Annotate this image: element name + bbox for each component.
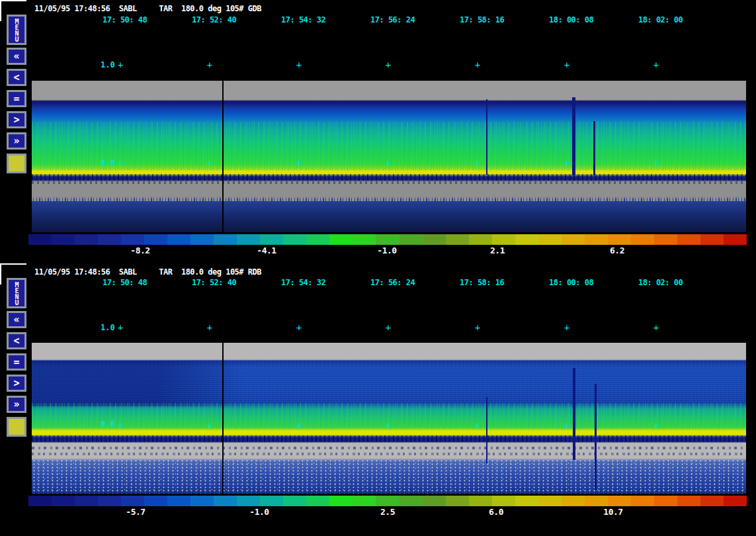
step-forward-button[interactable]: > (7, 375, 26, 392)
colorbar-segment (631, 234, 654, 245)
dropout-spike (595, 384, 597, 490)
colorbar (28, 234, 747, 245)
noise-dash-band (32, 453, 746, 455)
colorbar-segment (654, 496, 677, 506)
time-label: 18: 00: 08 (549, 15, 593, 24)
altitude-label-0km: 0.0 (101, 420, 115, 429)
step-back-button[interactable]: < (7, 69, 26, 86)
fast-rewind-button-icon: « (13, 52, 19, 62)
colorbar-segment (423, 234, 446, 245)
colorbar-segment (237, 496, 260, 506)
time-label: 17: 54: 32 (281, 15, 325, 24)
altitude-tick: + (653, 60, 659, 69)
colorbar-segment (353, 234, 376, 245)
colorbar-segment (376, 234, 399, 245)
altitude-tick: + (386, 158, 391, 167)
altitude-tick: + (653, 421, 659, 430)
altitude-tick: + (475, 323, 480, 332)
colorbar-segment (190, 496, 214, 506)
colorbar-scale-label: 2.1 (490, 246, 505, 255)
altitude-tick: + (118, 158, 123, 167)
colorbar-segment (329, 234, 353, 245)
colorbar-segment (677, 496, 700, 506)
colorbar-segment (283, 496, 306, 506)
colorbar-segment (121, 496, 144, 506)
color-swatch-button[interactable] (7, 154, 26, 173)
fast-rewind-button-icon: « (13, 315, 19, 325)
step-forward-button-icon: > (13, 379, 19, 388)
colorbar-segment (492, 234, 515, 245)
spectrogram-display[interactable] (32, 343, 746, 494)
colorbar-scale-row: -8.2-4.1-1.02.16.2 (0, 246, 756, 255)
pause-button[interactable]: = (7, 353, 26, 371)
step-forward-button[interactable]: > (7, 111, 26, 128)
colorbar-segment (423, 496, 446, 506)
colorbar-segment (700, 234, 724, 245)
altitude-label-0km: 0.0 (101, 158, 115, 167)
colorbar-segment (167, 496, 190, 506)
time-label: 17: 56: 24 (370, 278, 415, 287)
panel-header-text: 11/05/95 17:48:56 SABL TAR 180.0 deg 105… (34, 4, 261, 13)
colorbar-segment (98, 496, 121, 506)
colorbar-segment (28, 496, 52, 506)
colorbar-segment (608, 496, 631, 506)
spectrogram-display[interactable] (32, 81, 746, 232)
menu-button-label: MENU (9, 281, 24, 305)
noise-dash-band (32, 447, 746, 449)
colorbar-segment (329, 496, 353, 506)
pause-button-icon: = (13, 357, 19, 367)
dropout-spike (572, 97, 575, 175)
colorbar-scale-label: 10.7 (603, 507, 622, 517)
fast-forward-button-icon: » (13, 400, 19, 410)
colorbar (28, 496, 747, 506)
colorbar-segment (724, 496, 747, 506)
altitude-tick: + (207, 158, 212, 167)
altitude-tick: + (475, 60, 480, 69)
colorbar-segment (469, 234, 492, 245)
colorbar-segment (515, 496, 538, 506)
dropout-spike (486, 99, 487, 175)
time-cursor-line[interactable] (222, 343, 224, 494)
colorbar-scale-label: -1.0 (249, 507, 269, 517)
altitude-tick: + (386, 60, 391, 69)
menu-button[interactable]: MENU (7, 278, 26, 308)
step-back-button-icon: < (13, 73, 19, 83)
colorbar-segment (306, 234, 329, 245)
colorbar-segment (144, 234, 167, 245)
altitude-tick: + (296, 323, 302, 332)
altitude-tick: + (475, 421, 480, 430)
colorbar-segment (700, 496, 724, 506)
time-label: 17: 58: 16 (460, 15, 504, 24)
color-swatch-button[interactable] (7, 417, 26, 437)
colorbar-segment (631, 496, 654, 506)
colorbar-segment (724, 234, 747, 245)
colorbar-segment (214, 496, 237, 506)
colorbar-segment (562, 234, 585, 245)
colorbar-segment (52, 496, 75, 506)
colorbar-segment (585, 496, 608, 506)
step-back-button[interactable]: < (7, 332, 26, 349)
time-label: 17: 52: 40 (192, 15, 236, 24)
menu-button[interactable]: MENU (7, 15, 26, 45)
fast-forward-button[interactable]: » (7, 132, 26, 150)
time-label: 17: 50: 48 (103, 15, 147, 24)
fast-rewind-button[interactable]: « (7, 48, 26, 65)
colorbar-scale-label: -8.2 (130, 246, 149, 255)
altitude-tick: + (118, 60, 123, 69)
colorbar-scale-label: 6.2 (610, 246, 624, 255)
fast-forward-button[interactable]: » (7, 396, 26, 413)
time-cursor-line[interactable] (222, 81, 224, 232)
surface-noise-band (32, 435, 746, 442)
colorbar-scale-label: 2.5 (380, 507, 395, 517)
altitude-tick: + (653, 158, 659, 167)
pause-button[interactable]: = (7, 90, 26, 107)
colorbar-segment (538, 496, 562, 506)
menu-button-label: MENU (9, 18, 24, 42)
colorbar-segment (492, 496, 515, 506)
colorbar-segment (399, 234, 423, 245)
fast-rewind-button[interactable]: « (7, 311, 26, 328)
step-forward-button-icon: > (13, 115, 19, 125)
altitude-tick: + (118, 421, 123, 430)
lidar-panel-rdb: 11/05/95 17:48:56 SABL TAR 180.0 deg 105… (0, 263, 756, 526)
colorbar-segment (399, 496, 423, 506)
